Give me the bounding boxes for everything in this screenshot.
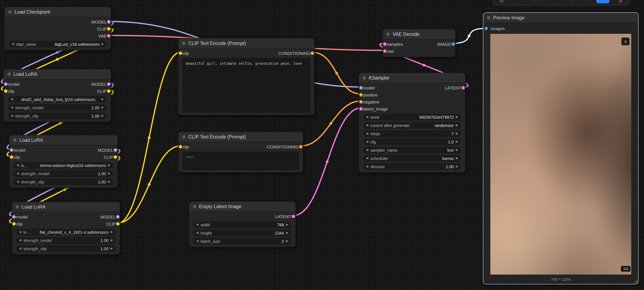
widget-strength-clip[interactable]: ◀ strength_clip 1.00 ▶: [16, 245, 116, 252]
output-port-conditioning[interactable]: [311, 51, 314, 55]
node-vae-decode[interactable]: VAE Decode samples IMAGE vae: [382, 29, 456, 57]
decrement-arrow[interactable]: ◀: [12, 43, 14, 46]
collapse-dot[interactable]: [182, 42, 186, 45]
node-title-bar[interactable]: Load LoRA: [12, 202, 120, 212]
increment-arrow[interactable]: ▶: [286, 240, 288, 243]
input-port-model[interactable]: [359, 86, 362, 89]
increment-arrow[interactable]: ▶: [101, 98, 104, 101]
decrement-arrow[interactable]: ◀: [19, 239, 22, 242]
decrement-arrow[interactable]: ◀: [11, 106, 13, 109]
input-port-model[interactable]: [12, 215, 16, 218]
collapse-dot[interactable]: [182, 135, 186, 139]
increment-arrow[interactable]: ▶: [110, 239, 113, 242]
node-title-bar[interactable]: KSampler: [359, 73, 465, 83]
increment-arrow[interactable]: ▶: [286, 231, 288, 234]
increment-arrow[interactable]: ▶: [456, 116, 458, 119]
input-port-clip[interactable]: [10, 155, 13, 158]
increment-arrow[interactable]: ▶: [456, 165, 458, 168]
input-port-clip[interactable]: [12, 222, 16, 225]
widget-scheduler[interactable]: ◀ scheduler karras ▶: [363, 155, 461, 162]
collapse-dot[interactable]: [487, 16, 490, 19]
input-port-clip[interactable]: [179, 51, 182, 55]
node-preview-image[interactable]: Preview Image images x 1/2 768 × 1344: [483, 12, 639, 284]
node-load-lora-2[interactable]: Load LoRA model MODEL clip CLIP ◀ lo... …: [9, 135, 118, 188]
output-port-latent[interactable]: [292, 215, 295, 218]
increment-arrow[interactable]: ▶: [456, 132, 458, 135]
output-port-model[interactable]: [107, 82, 110, 86]
decrement-arrow[interactable]: ◀: [366, 157, 368, 160]
increment-arrow[interactable]: ▶: [108, 172, 110, 175]
widget-strength-model[interactable]: ◀ strength_model 1.00 ▶: [8, 104, 107, 111]
node-title-bar[interactable]: Load LoRA: [4, 69, 111, 80]
node-title-bar[interactable]: Load Checkpoint: [4, 7, 111, 17]
decrement-arrow[interactable]: ◀: [11, 114, 13, 118]
widget-height[interactable]: ◀ height 1344 ▶: [193, 230, 291, 236]
toolbar-icon[interactable]: [500, 0, 504, 3]
increment-arrow[interactable]: ▶: [456, 140, 458, 143]
increment-arrow[interactable]: ▶: [286, 223, 288, 226]
output-port-model[interactable]: [107, 20, 110, 23]
widget-control-after-generate[interactable]: ◀ control after generate randomize ▶: [363, 122, 461, 129]
node-title-bar[interactable]: VAE Decode: [383, 29, 455, 40]
decrement-arrow[interactable]: ◀: [196, 223, 198, 226]
widget-denoise[interactable]: ◀ denoise 1.00 ▶: [363, 163, 461, 170]
increment-arrow[interactable]: ▶: [456, 157, 458, 160]
widget-strength-clip[interactable]: ◀ strength_clip 1.00 ▶: [14, 178, 113, 185]
decrement-arrow[interactable]: ◀: [366, 132, 368, 135]
output-port-clip[interactable]: [116, 222, 120, 225]
widget-strength-model[interactable]: ◀ strength_model 1.00 ▶: [16, 237, 116, 244]
widget-steps[interactable]: ◀ steps 7 ▶: [363, 130, 461, 137]
collapse-dot[interactable]: [8, 10, 12, 14]
increment-arrow[interactable]: ▶: [108, 180, 110, 183]
decrement-arrow[interactable]: ◀: [196, 240, 198, 243]
collapse-dot[interactable]: [386, 33, 390, 36]
node-empty-latent-image[interactable]: Empty Latent Image LATENT ◀ width 768 ▶ …: [189, 201, 296, 247]
node-title-bar[interactable]: Empty Latent Image: [189, 202, 296, 212]
toolbar-icon[interactable]: [619, 0, 622, 3]
input-port-samples[interactable]: [383, 42, 386, 46]
widget-batch-size[interactable]: ◀ batch_size 2 ▶: [193, 238, 291, 244]
increment-arrow[interactable]: ▶: [456, 149, 458, 152]
input-port-vae[interactable]: [383, 49, 386, 53]
input-port-model[interactable]: [10, 148, 13, 151]
node-title-bar[interactable]: CLIP Text Encode (Prompt): [178, 132, 303, 142]
node-title-bar[interactable]: CLIP Text Encode (Prompt): [178, 38, 314, 49]
output-port-clip[interactable]: [107, 27, 110, 30]
node-resize-handle[interactable]: [633, 279, 638, 283]
increment-arrow[interactable]: ▶: [110, 247, 113, 250]
increment-arrow[interactable]: ▶: [110, 231, 113, 234]
collapse-dot[interactable]: [8, 73, 11, 76]
input-port-model[interactable]: [4, 82, 8, 86]
widget-sampler-name[interactable]: ◀ sampler_name lcm ▶: [363, 147, 461, 153]
node-title-bar[interactable]: Load LoRA: [10, 135, 118, 146]
output-port-image[interactable]: [452, 42, 455, 46]
input-port-latent-image[interactable]: [359, 107, 362, 110]
increment-arrow[interactable]: ▶: [101, 114, 104, 118]
collapse-dot[interactable]: [13, 139, 16, 142]
decrement-arrow[interactable]: ◀: [196, 231, 198, 234]
widget-width[interactable]: ◀ width 768 ▶: [193, 221, 291, 228]
collapse-dot[interactable]: [193, 205, 196, 208]
collapse-dot[interactable]: [16, 205, 19, 209]
output-port-model[interactable]: [114, 148, 117, 151]
increment-arrow[interactable]: ▶: [101, 106, 104, 109]
node-load-lora-3[interactable]: Load LoRA model MODEL clip CLIP ◀ lo ...…: [12, 202, 120, 255]
node-clip-text-encode-positive[interactable]: CLIP Text Encode (Prompt) clip CONDITION…: [178, 38, 315, 115]
increment-arrow[interactable]: ▶: [108, 164, 110, 167]
input-port-clip[interactable]: [179, 145, 182, 148]
input-port-positive[interactable]: [359, 93, 362, 96]
output-port-model[interactable]: [116, 215, 120, 218]
node-load-checkpoint[interactable]: Load Checkpoint MODEL CLIP VAE ◀ ckpt_na…: [4, 7, 111, 50]
output-port-latent[interactable]: [462, 86, 465, 89]
decrement-arrow[interactable]: ◀: [19, 247, 22, 250]
node-load-lora-1[interactable]: Load LoRA model MODEL clip CLIP ◀ dmd2_s…: [3, 69, 111, 122]
node-graph-canvas[interactable]: Load Checkpoint MODEL CLIP VAE ◀ ckpt_na…: [0, 0, 644, 290]
node-ksampler[interactable]: KSampler model LATENT positive negative …: [358, 73, 466, 173]
decrement-arrow[interactable]: ◀: [366, 149, 368, 152]
widget-lora-name[interactable]: ◀ dmd2_sdxl_4step_lora_fp16.safetensors …: [8, 96, 107, 103]
output-port-clip[interactable]: [107, 89, 110, 93]
decrement-arrow[interactable]: ◀: [16, 164, 19, 167]
input-port-images[interactable]: [484, 27, 488, 30]
collapse-dot[interactable]: [362, 76, 366, 80]
widget-seed[interactable]: ◀ seed 992597634479972 ▶: [363, 114, 461, 120]
